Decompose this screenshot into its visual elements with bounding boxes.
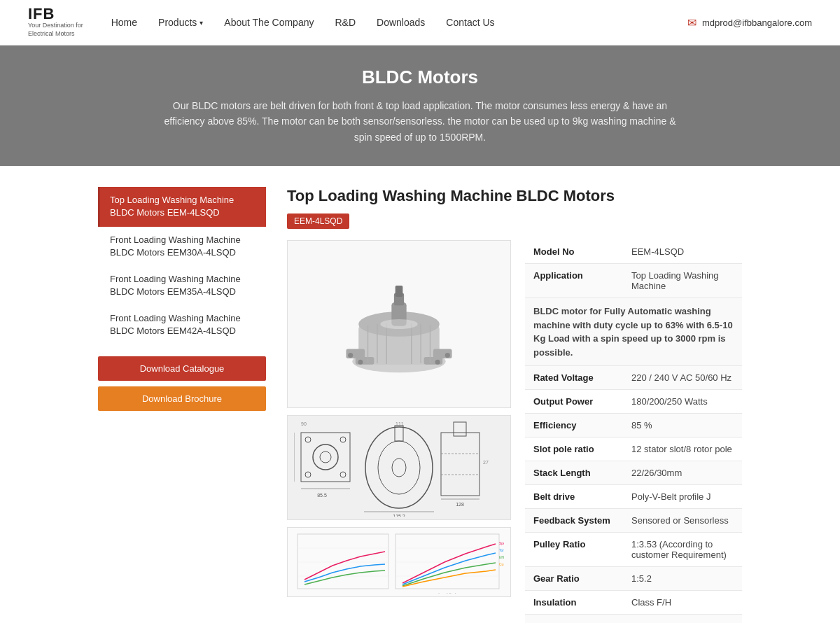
spec-row-belt: Belt drive Poly-V-Belt profile J	[525, 485, 742, 509]
spec-value-application: Top Loading Washing Machine	[623, 264, 742, 298]
sidebar-item-0[interactable]: Top Loading Washing Machine BLDC Motors …	[98, 187, 266, 226]
specs-area: Model No EEM-4LSQD Application Top Loadi…	[525, 240, 742, 623]
spec-row-feedback: Feedback System Sensored or Sensorless	[525, 509, 742, 533]
svg-point-32	[365, 427, 433, 508]
svg-point-22	[305, 437, 311, 442]
nav-contact[interactable]: Contact Us	[446, 17, 494, 28]
spec-row-winding: Armature winding Aluminium Winding	[525, 615, 742, 623]
svg-point-26	[313, 444, 338, 470]
spec-row-model: Model No EEM-4LSQD	[525, 240, 742, 264]
spec-value-efficiency: 85 %	[623, 414, 742, 438]
hero-banner: BLDC Motors Our BLDC motors are belt dri…	[0, 46, 840, 166]
sidebar-item-3[interactable]: Front Loading Washing Machine BLDC Motor…	[98, 305, 266, 344]
sidebar-item-1[interactable]: Front Loading Washing Machine BLDC Motor…	[98, 227, 266, 266]
logo-subtitle: Your Destination forElectrical Motors	[28, 22, 83, 38]
product-images: 85.5 114 115.2	[287, 240, 511, 597]
email-address: mdprod@ifbbangalore.com	[702, 18, 812, 28]
product-technical-drawing: 85.5 114 115.2	[287, 415, 511, 520]
nav-about[interactable]: About The Company	[224, 17, 314, 28]
svg-point-27	[320, 451, 331, 463]
svg-point-20	[380, 319, 417, 329]
svg-point-24	[305, 472, 311, 477]
svg-text:90: 90	[301, 421, 307, 426]
download-brochure-button[interactable]: Download Brochure	[98, 386, 266, 411]
spec-label-gear: Gear Ratio	[525, 567, 623, 591]
svg-point-34	[392, 458, 406, 477]
spec-label-winding: Armature winding	[525, 615, 623, 623]
spec-label-feedback: Feedback System	[525, 509, 623, 533]
spec-value-voltage: 220 / 240 V AC 50/60 Hz	[623, 366, 742, 390]
spec-value-slot-pole: 12 stator slot/8 rotor pole	[623, 438, 742, 461]
spec-value-pulley: 1:3.53 (According to customer Requiremen…	[623, 533, 742, 567]
spec-value-power: 180/200/250 Watts	[623, 390, 742, 414]
svg-rect-13	[396, 286, 403, 297]
svg-text:Current: Current	[499, 562, 504, 566]
spec-label-power: Output Power	[525, 390, 623, 414]
spec-value-model: EEM-4LSQD	[623, 240, 742, 264]
spec-value-stack: 22/26/30mm	[623, 461, 742, 485]
svg-point-25	[340, 472, 346, 477]
svg-point-4	[348, 353, 353, 358]
sidebar-item-2[interactable]: Front Loading Washing Machine BLDC Motor…	[98, 266, 266, 305]
product-layout: 85.5 114 115.2	[287, 240, 742, 623]
svg-text:128: 128	[456, 502, 464, 507]
spec-label-model: Model No	[525, 240, 623, 264]
email-icon: ✉	[687, 16, 696, 29]
svg-point-23	[340, 437, 346, 442]
spec-label-voltage: Rated Voltage	[525, 366, 623, 390]
spec-label-belt: Belt drive	[525, 485, 623, 509]
svg-point-8	[358, 360, 363, 365]
svg-rect-21	[301, 433, 350, 482]
svg-rect-38	[441, 433, 479, 496]
svg-rect-41	[454, 422, 466, 436]
svg-text:85.5: 85.5	[317, 493, 327, 498]
hero-title: BLDC Motors	[14, 66, 826, 88]
spec-description: BLDC motor for Fully Automatic washing m…	[525, 298, 742, 366]
spec-row-description: BLDC motor for Fully Automatic washing m…	[525, 298, 742, 366]
main-content: Top Loading Washing Machine BLDC Motors …	[0, 166, 840, 623]
svg-point-33	[378, 441, 420, 494]
svg-text:Torque: Torque	[499, 548, 504, 552]
sidebar: Top Loading Washing Machine BLDC Motors …	[98, 187, 266, 411]
performance-chart-svg: rpm	[294, 531, 504, 594]
spec-label-pulley: Pulley Ratio	[525, 533, 623, 567]
spec-label-insulation: Insulation	[525, 591, 623, 615]
spec-row-efficiency: Efficiency 85 %	[525, 414, 742, 438]
spec-row-power: Output Power 180/200/250 Watts	[525, 390, 742, 414]
specs-table: Model No EEM-4LSQD Application Top Loadi…	[525, 240, 742, 623]
svg-rect-7	[356, 357, 374, 365]
logo: IFB Your Destination forElectrical Motor…	[28, 6, 83, 38]
svg-rect-35	[395, 426, 403, 441]
nav-downloads[interactable]: Downloads	[377, 17, 425, 28]
svg-text:111: 111	[396, 421, 404, 426]
nav-home[interactable]: Home	[111, 17, 137, 28]
technical-drawing-svg: 85.5 114 115.2	[294, 419, 504, 517]
svg-point-6	[445, 353, 450, 358]
spec-label-efficiency: Efficiency	[525, 414, 623, 438]
spec-row-pulley: Pulley Ratio 1:3.53 (According to custom…	[525, 533, 742, 567]
download-catalogue-button[interactable]: Download Catalogue	[98, 356, 266, 381]
product-title: Top Loading Washing Machine BLDC Motors	[287, 187, 742, 205]
spec-label-slot-pole: Slot pole ratio	[525, 438, 623, 461]
hero-description: Our BLDC motors are belt driven for both…	[158, 98, 682, 145]
svg-text:Load (kg): Load (kg)	[438, 592, 456, 594]
main-nav: Home Products ▾ About The Company R&D Do…	[111, 17, 687, 28]
sidebar-buttons: Download Catalogue Download Brochure	[98, 356, 266, 411]
product-area: Top Loading Washing Machine BLDC Motors …	[287, 187, 742, 623]
nav-products[interactable]: Products ▾	[158, 17, 203, 28]
chevron-down-icon: ▾	[200, 19, 203, 27]
nav-rd[interactable]: R&D	[335, 17, 356, 28]
spec-label-application: Application	[525, 264, 623, 298]
product-main-image	[287, 240, 511, 408]
svg-text:Efficiency: Efficiency	[499, 555, 504, 559]
svg-point-10	[435, 360, 440, 365]
spec-row-insulation: Insulation Class F/H	[525, 591, 742, 615]
motor-image-svg	[336, 268, 462, 380]
spec-row-stack: Stack Length 22/26/30mm	[525, 461, 742, 485]
svg-text:Speed: Speed	[499, 541, 504, 545]
spec-value-insulation: Class F/H	[623, 591, 742, 615]
spec-row-application: Application Top Loading Washing Machine	[525, 264, 742, 298]
logo-text: IFB	[28, 6, 55, 22]
spec-value-belt: Poly-V-Belt profile J	[623, 485, 742, 509]
product-badge: EEM-4LSQD	[287, 214, 349, 229]
